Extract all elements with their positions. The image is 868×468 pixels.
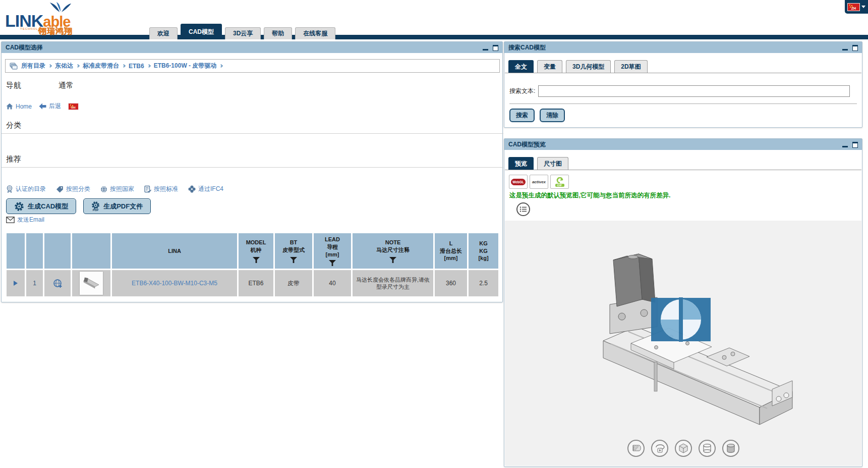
tab-3d-geometry[interactable]: 3D几何模型 [566, 60, 611, 73]
part-number-link[interactable]: ETB6-X40-100-BW-M10-C3-M5 [132, 280, 217, 287]
globe-add-icon[interactable] [53, 279, 63, 288]
navy-strip [0, 35, 868, 39]
generate-pdf-button[interactable]: PDF 生成PDF文件 [83, 198, 151, 214]
tab-2d-sketch[interactable]: 2D草图 [614, 60, 647, 73]
generate-cad-button[interactable]: 生成CAD模型 [6, 198, 76, 214]
language-selector[interactable]: ZH [845, 0, 868, 14]
shaded-view-button[interactable] [722, 440, 739, 457]
section-view-button[interactable] [627, 440, 645, 457]
tab-dimension-drawing[interactable]: 尺寸图 [537, 157, 568, 170]
tab-fulltext[interactable]: 全文 [508, 60, 534, 73]
search-panel-header: 搜索CAD模型 [504, 42, 862, 53]
tab-welcome[interactable]: 欢迎 [149, 27, 178, 39]
preview-panel-header: CAD模型预览 [504, 139, 862, 150]
certified-catalogs-label: 认证的目录 [16, 185, 46, 193]
current-language-flag-icon[interactable]: ZH [68, 103, 79, 110]
header-weight: KG KG [kg] [469, 233, 498, 269]
tab-help[interactable]: 帮助 [264, 27, 292, 39]
row-expand-cell [7, 270, 25, 296]
back-button[interactable]: 后退 [39, 102, 61, 111]
part-thumbnail[interactable] [80, 272, 103, 295]
header-index-column [26, 233, 43, 269]
tab-online-service[interactable]: 在线客服 [295, 27, 335, 39]
header-length: L 滑台总长 [mm] [435, 233, 467, 269]
view-menu-button[interactable] [516, 202, 530, 216]
breadcrumb-item-all-catalogs[interactable]: 所有目录 [21, 62, 45, 70]
row-bt-value: 皮带 [287, 279, 300, 288]
by-standard-label: 按照标准 [154, 185, 178, 193]
search-field-row: 搜索文本: [509, 85, 850, 97]
pdf-badge: PDF [93, 209, 99, 212]
header-model-label: MODEL 机种 [246, 239, 266, 254]
zh-flag-icon: ZH [847, 3, 860, 11]
minimize-icon[interactable] [842, 146, 848, 147]
maximize-icon[interactable] [852, 45, 858, 51]
breadcrumb-item-current[interactable]: ETB6-100W - 皮带驱动 [154, 62, 217, 70]
header-lina: LINA [112, 233, 237, 269]
row-lead-cell: 40 [314, 270, 351, 296]
brand-logo[interactable]: LINKable TECHNOLOGY 翎瑞鸿翔 [5, 2, 91, 35]
preview-3d-model[interactable] [555, 240, 807, 442]
back-label: 后退 [49, 102, 61, 111]
by-country-link[interactable]: 按照国家 [100, 185, 134, 193]
webgl-viewer-button[interactable]: WebGL [509, 175, 528, 189]
generate-actions: 生成CAD模型 PDF 生成PDF文件 [6, 198, 151, 214]
categories-heading: 分类 [6, 121, 21, 130]
header-bt-label: BT 皮带型式 [282, 239, 305, 254]
navigation-toolbar: Home 后退 ZH [6, 102, 79, 111]
breadcrumb: 所有目录 东佑达 标准皮带滑台 ETB6 ETB6-100W - 皮带驱动 [5, 59, 500, 73]
list-menu-icon [519, 206, 527, 213]
header-expand-column [7, 233, 25, 269]
filter-funnel-icon[interactable] [389, 257, 396, 263]
home-button[interactable]: Home [6, 103, 32, 110]
search-input[interactable] [538, 85, 850, 97]
tab-cad-models[interactable]: CAD模型 [181, 24, 222, 39]
isometric-view-button[interactable] [675, 440, 692, 457]
window-controls [842, 44, 858, 51]
wireframe-view-button[interactable] [699, 440, 716, 457]
row-lead-value: 40 [329, 280, 335, 287]
certified-catalogs-link[interactable]: 认证的目录 [6, 185, 46, 193]
tab-bar-divider [505, 170, 861, 170]
chevron-right-icon [122, 64, 126, 68]
row-weight-cell: 2.5 [469, 270, 498, 296]
activex-viewer-button[interactable]: activex [530, 175, 548, 189]
tab-variables[interactable]: 变量 [537, 60, 562, 73]
maximize-icon[interactable] [852, 142, 858, 148]
filter-funnel-icon[interactable] [290, 257, 297, 263]
header-thumbnail-column [72, 233, 110, 269]
language-code: ZH [851, 7, 856, 11]
filter-funnel-icon[interactable] [329, 260, 336, 266]
breadcrumb-item-etb6[interactable]: ETB6 [129, 63, 144, 70]
tab-preview[interactable]: 预览 [508, 157, 534, 170]
header-length-label: L 滑台总长 [mm] [440, 240, 462, 263]
minimize-icon[interactable] [842, 49, 848, 50]
send-email-link[interactable]: 发送Email [6, 216, 44, 224]
webgl-logo-icon: WebGL [511, 179, 526, 185]
shaded-cylinder-icon [725, 443, 736, 454]
by-standard-link[interactable]: 按照标准 [144, 185, 178, 193]
activex-logo-icon: activex [532, 180, 546, 184]
row-thumbnail-cell [72, 270, 110, 296]
minimize-icon[interactable] [483, 49, 488, 50]
expand-row-icon[interactable] [14, 281, 18, 286]
maximize-icon[interactable] [493, 45, 498, 51]
rotate-animation-button[interactable] [651, 440, 668, 457]
top-bar: LINKable TECHNOLOGY 翎瑞鸿翔 欢迎 CAD模型 3D云享 帮… [0, 0, 868, 39]
by-classification-link[interactable]: 按照分类 [56, 185, 90, 193]
gif-viewer-button[interactable]: GIF [550, 175, 569, 189]
tab-3d-cloud[interactable]: 3D云享 [225, 27, 261, 39]
search-button[interactable]: 搜索 [509, 109, 535, 122]
breadcrumb-item-series[interactable]: 标准皮带滑台 [83, 62, 119, 70]
window-controls [483, 44, 498, 51]
logo-chinese-name: 翎瑞鸿翔 [38, 26, 73, 37]
main-navigation-tabs: 欢迎 CAD模型 3D云享 帮助 在线客服 [149, 24, 338, 39]
breadcrumb-item-vendor[interactable]: 东佑达 [55, 62, 73, 70]
home-label: Home [16, 103, 32, 110]
mini-language-code: ZH [72, 106, 76, 110]
filter-funnel-icon[interactable] [253, 257, 260, 263]
clear-button[interactable]: 清除 [540, 109, 565, 122]
via-ifc4-link[interactable]: 通过IFC4 [188, 185, 223, 193]
cad-selection-panel: CAD模型选择 所有目录 东佑达 标准皮带滑台 ETB6 ETB6-100W -… [1, 41, 503, 302]
row-icon-cell [44, 270, 71, 296]
